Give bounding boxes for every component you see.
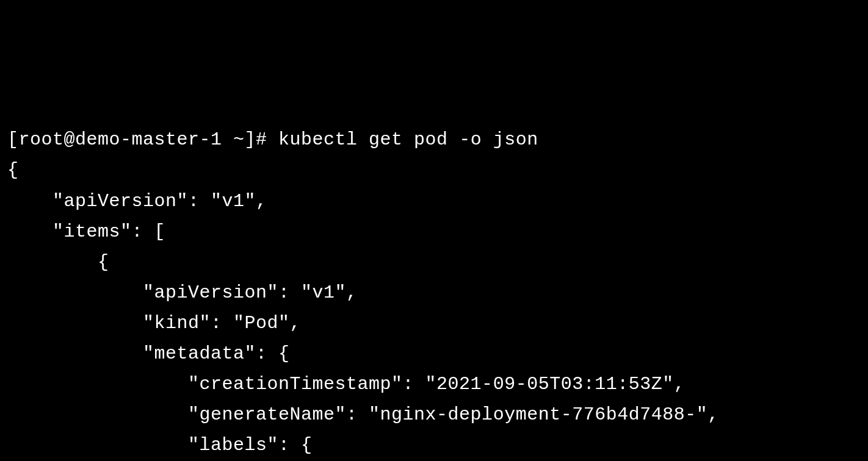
output-line: { xyxy=(7,155,861,185)
output-line: "generateName": "nginx-deployment-776b4d… xyxy=(7,399,861,430)
command-line[interactable]: [root@demo-master-1 ~]# kubectl get pod … xyxy=(7,124,861,155)
shell-command: kubectl get pod -o json xyxy=(278,129,538,150)
output-line: "apiVersion": "v1", xyxy=(7,277,861,308)
output-line: "creationTimestamp": "2021-09-05T03:11:5… xyxy=(7,369,861,399)
output-line: "labels": { xyxy=(7,430,861,460)
output-line: "kind": "Pod", xyxy=(7,308,861,338)
output-line: { xyxy=(7,247,861,277)
output-line: "items": [ xyxy=(7,216,861,247)
shell-prompt: [root@demo-master-1 ~]# xyxy=(7,129,278,150)
output-line: "apiVersion": "v1", xyxy=(7,186,861,216)
output-line: "metadata": { xyxy=(7,338,861,369)
